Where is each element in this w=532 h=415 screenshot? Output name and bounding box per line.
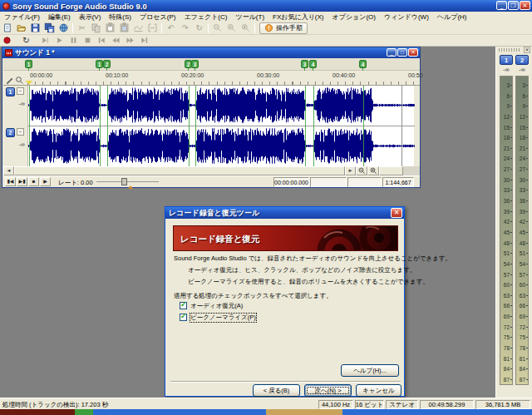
menu-item-1[interactable]: ファイル(F)	[0, 12, 44, 22]
back-button[interactable]: < 戻る(B)	[253, 384, 300, 397]
checkbox-label-1: オーディオ復元(A)	[190, 302, 243, 310]
close-icon[interactable]: ✕	[520, 1, 530, 10]
menu-item-3[interactable]: 表示(V)	[75, 12, 106, 22]
app-icon	[2, 2, 10, 10]
taskbar-segment-5[interactable]	[342, 409, 532, 415]
marker-bar[interactable]: 11223344	[3, 58, 420, 71]
taskbar-segment-2[interactable]	[75, 409, 93, 415]
record-icon[interactable]	[0, 35, 14, 47]
waveform-display[interactable]	[27, 86, 414, 166]
marker-line	[363, 86, 364, 166]
time-ruler[interactable]: 00:00:0000:10:0000:20:0000:30:0000:40:00…	[3, 71, 420, 86]
dialog-close-icon[interactable]: ✕	[391, 208, 402, 218]
menu-item-6[interactable]: エフェクト(C)	[180, 12, 231, 22]
dialog-title-bar[interactable]: レコード録音と復元ツール	[165, 207, 404, 219]
edit-tool-icon[interactable]	[5, 73, 14, 82]
marker-tag-3[interactable]: 3	[191, 60, 199, 68]
menu-item-11[interactable]: ヘルプ(H)	[433, 12, 471, 22]
play-icon[interactable]: ▶	[40, 177, 51, 186]
save-all-icon[interactable]	[42, 22, 57, 34]
meter-channel-1-button[interactable]: 1	[500, 55, 513, 65]
minimize-icon[interactable]: _	[496, 1, 507, 10]
marker-tag-4[interactable]: 4	[359, 60, 367, 68]
checkbox-row-2[interactable]: ✓ピークノーマライズ(P)	[180, 313, 256, 322]
taskbar-segment-3[interactable]	[93, 409, 266, 415]
meter-channel-2-button[interactable]: 2	[515, 55, 529, 65]
open-icon[interactable]	[14, 22, 28, 34]
go-to-start-icon[interactable]: ▮◀	[5, 177, 16, 186]
channel-2-minimize-icon[interactable]: −	[17, 128, 24, 136]
marker-tag-3[interactable]: 3	[301, 60, 308, 68]
sound-window-title-bar[interactable]: サウンド 1 * _ □ ✕	[2, 47, 420, 58]
channel-1-minimize-icon[interactable]: −	[17, 87, 24, 95]
cut-icon: ✂	[75, 22, 89, 34]
checkbox-1[interactable]: ✓	[180, 302, 187, 309]
scrollbar-thumb[interactable]	[14, 166, 345, 175]
save-icon[interactable]	[28, 22, 42, 34]
scroll-right-icon[interactable]: ►	[345, 166, 356, 175]
playback-cursor-icon[interactable]	[26, 81, 32, 85]
meter-scale-75: 75	[515, 334, 528, 340]
meter-scale-54: 54	[500, 261, 512, 267]
mix-icon	[131, 22, 145, 34]
marker-tag-1[interactable]: 1	[25, 60, 32, 68]
sound-maximize-icon[interactable]: □	[397, 48, 407, 57]
meter-scale-27: 27	[515, 166, 528, 172]
selection-start-cell	[310, 177, 347, 187]
meters-close-icon[interactable]: ✕	[524, 47, 530, 53]
sound-minimize-icon[interactable]: _	[387, 48, 397, 57]
loop-playback-icon[interactable]: ↻	[19, 35, 33, 47]
stop-icon[interactable]: ■	[28, 177, 39, 186]
taskbar-segment-4[interactable]	[266, 409, 342, 415]
checkbox-row-1[interactable]: ✓オーディオ復元(A)	[180, 301, 243, 310]
menu-item-9[interactable]: オプション(O)	[328, 12, 381, 22]
meter-2-db-label: -∞	[515, 67, 529, 72]
taskbar-strip	[0, 409, 532, 415]
cancel-button[interactable]: キャンセル	[356, 384, 401, 397]
meter-scale-21: 21	[500, 146, 512, 151]
zoom-in-icon[interactable]	[367, 166, 379, 175]
magnify-tool-icon[interactable]	[15, 73, 24, 82]
checkbox-2[interactable]: ✓	[180, 314, 187, 321]
meter-scale-78: 78	[515, 345, 528, 351]
trim-icon	[145, 22, 160, 34]
next-button[interactable]: 次へ(N) >	[304, 384, 352, 397]
channel-1-button[interactable]: 1	[6, 87, 15, 96]
sound-close-icon[interactable]: ✕	[408, 48, 418, 57]
meter-scale-63: 63	[500, 293, 512, 299]
menu-item-8[interactable]: FXお気に入り(X)	[268, 12, 328, 22]
rate-slider[interactable]	[96, 181, 159, 182]
zoom-out-icon[interactable]	[356, 166, 367, 175]
marker-tag-1[interactable]: 1	[96, 60, 103, 68]
rate-slider-thumb[interactable]	[121, 178, 127, 185]
menu-item-7[interactable]: ツール(T)	[231, 12, 268, 22]
go-to-end-icon[interactable]: ▶▮	[17, 177, 27, 186]
checkmark-icon: ✓	[180, 300, 187, 309]
meter-scale-63: 63	[515, 293, 528, 299]
status-bar: 処理時間 (トラックの検出): 17.203 秒 44,100 Hz16 ビット…	[0, 398, 532, 409]
marker-line	[189, 86, 190, 166]
publish-icon[interactable]	[57, 22, 71, 34]
menu-item-2[interactable]: 編集(E)	[44, 12, 75, 22]
ruler-label: 00:30:00	[257, 72, 279, 78]
taskbar-segment-1[interactable]	[0, 409, 75, 415]
new-file-icon[interactable]	[0, 22, 14, 34]
cursor-position-cell: 00:00:00.000	[273, 177, 309, 187]
svg-text:↻: ↻	[195, 23, 202, 32]
show-me-how-button[interactable]: 操作手順	[259, 22, 308, 34]
scroll-left-icon[interactable]: ◄	[3, 166, 14, 175]
help-button[interactable]: ヘルプ(H)...	[341, 364, 399, 377]
marker-tag-2[interactable]: 2	[103, 60, 111, 68]
menu-item-4[interactable]: 特殊(S)	[105, 12, 135, 22]
banner-title: レコード録音と復元	[180, 234, 259, 245]
workspace: サウンド 1 * _ □ ✕ 11223344 00:00:0000:10:00…	[0, 47, 532, 398]
channel-2-button[interactable]: 2	[6, 128, 15, 137]
menu-item-10[interactable]: ウィンドウ(W)	[380, 12, 433, 22]
marker-line	[313, 86, 314, 166]
marker-tag-4[interactable]: 4	[309, 60, 317, 68]
restore-icon[interactable]: ❐	[508, 1, 519, 10]
toolbar-separator	[254, 23, 255, 33]
meters-drag-handle[interactable]	[499, 48, 520, 52]
ruler-ticks	[27, 82, 414, 85]
menu-item-5[interactable]: プロセス(P)	[135, 12, 180, 22]
